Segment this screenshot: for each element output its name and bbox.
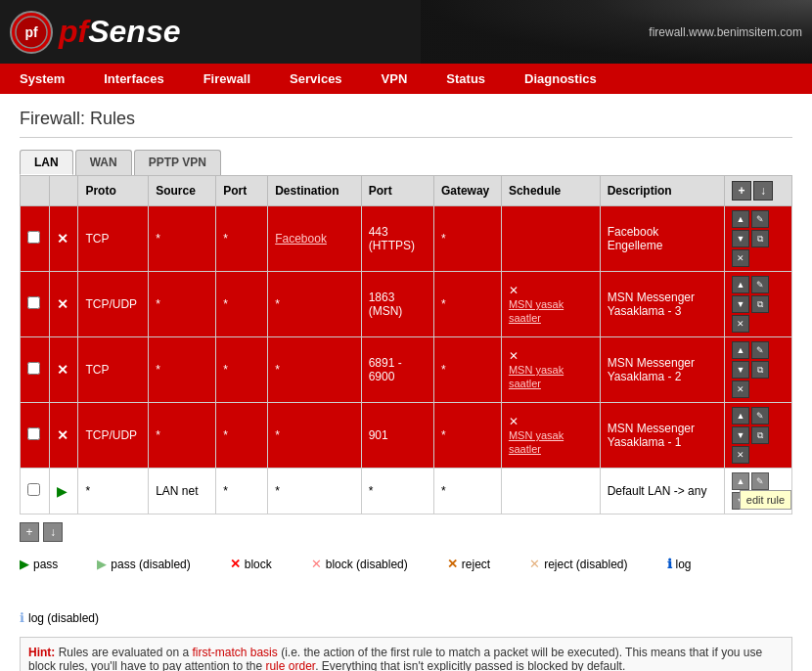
edit-button[interactable]: ✎ bbox=[751, 472, 769, 490]
move-down-button[interactable]: ▼ bbox=[732, 230, 749, 247]
row-sport: * bbox=[216, 337, 268, 403]
tab-pptp-vpn[interactable]: PPTP VPN bbox=[134, 150, 221, 175]
copy-button[interactable]: ⧉ bbox=[751, 426, 769, 444]
move-up-button[interactable]: ▲ bbox=[732, 472, 749, 490]
block-icon: ✕ bbox=[57, 296, 68, 312]
log-legend-icon: ℹ bbox=[667, 557, 672, 571]
row-proto: TCP bbox=[78, 337, 149, 403]
delete-button[interactable]: ✕ bbox=[732, 249, 749, 267]
edit-button[interactable]: ✎ bbox=[751, 276, 769, 293]
logo: pf pfSense bbox=[10, 11, 180, 54]
row-checkbox-cell bbox=[21, 337, 50, 403]
nav-system[interactable]: System bbox=[0, 64, 84, 94]
reject-label: reject bbox=[462, 558, 490, 571]
nav-services[interactable]: Services bbox=[270, 64, 362, 94]
row-proto: TCP bbox=[78, 206, 149, 272]
delete-button[interactable]: ✕ bbox=[732, 380, 749, 398]
block-icon: ✕ bbox=[57, 427, 68, 443]
nav-firewall[interactable]: Firewall bbox=[184, 64, 270, 94]
nav-status[interactable]: Status bbox=[427, 64, 505, 94]
move-down-button[interactable]: ▼ bbox=[732, 361, 749, 379]
row-dest: Facebook bbox=[268, 206, 361, 272]
add-rule-top-icon[interactable]: + bbox=[732, 181, 751, 201]
row-source: LAN net bbox=[149, 469, 216, 514]
row-checkbox[interactable] bbox=[27, 231, 40, 244]
delete-button[interactable]: ✕ bbox=[732, 315, 749, 333]
copy-button[interactable]: ⧉ bbox=[751, 230, 769, 247]
legend-log: ℹ log bbox=[667, 557, 692, 571]
move-down-button[interactable]: ▼ bbox=[732, 295, 749, 313]
row-description: Default LAN -> any bbox=[600, 469, 724, 514]
block-label: block bbox=[245, 558, 272, 571]
row-sport: * bbox=[216, 403, 268, 469]
edit-button[interactable]: ✎ bbox=[751, 341, 769, 359]
edit-button[interactable]: ✎ bbox=[751, 210, 769, 228]
pass-legend-icon: ▶ bbox=[20, 557, 29, 571]
schedule-link[interactable]: MSN yasak saatler bbox=[509, 429, 564, 455]
pass-label: pass bbox=[33, 558, 58, 571]
th-dest: Destination bbox=[268, 176, 361, 206]
nav-bar: System Interfaces Firewall Services VPN … bbox=[0, 64, 812, 94]
copy-button[interactable]: ⧉ bbox=[751, 361, 769, 379]
nav-interfaces[interactable]: Interfaces bbox=[84, 64, 183, 94]
row-source: * bbox=[149, 206, 216, 272]
edit-button[interactable]: ✎ bbox=[751, 407, 769, 425]
nav-diagnostics[interactable]: Diagnostics bbox=[505, 64, 616, 94]
pass-disabled-label: pass (disabled) bbox=[111, 558, 190, 571]
add-rule-bottom-right-button[interactable]: ↓ bbox=[43, 522, 63, 542]
tab-bar: LAN WAN PPTP VPN bbox=[20, 150, 792, 175]
move-up-button[interactable]: ▲ bbox=[732, 341, 749, 359]
tab-lan[interactable]: LAN bbox=[20, 150, 73, 175]
log-label: log bbox=[676, 558, 692, 571]
row-actions: ▲ ✎ ▼ ⧉ ✕ bbox=[724, 403, 791, 469]
row-dport: * bbox=[361, 469, 433, 514]
move-up-button[interactable]: ▲ bbox=[732, 276, 749, 293]
pass-icon: ▶ bbox=[57, 483, 68, 499]
row-schedule: ✕ MSN yasak saatler bbox=[501, 403, 600, 469]
row-action-icon-cell: ▶ bbox=[49, 469, 78, 514]
row-dest: * bbox=[268, 337, 361, 403]
add-rule-bottom-left-button[interactable]: + bbox=[20, 522, 39, 542]
th-proto: Proto bbox=[78, 176, 149, 206]
row-gateway: * bbox=[433, 206, 501, 272]
legend-reject-disabled: ✕ reject (disabled) bbox=[529, 557, 627, 571]
logo-pf: pf bbox=[59, 14, 88, 49]
move-up-button[interactable]: ▲ bbox=[732, 210, 749, 228]
reject-disabled-label: reject (disabled) bbox=[544, 558, 627, 571]
row-gateway: * bbox=[433, 272, 501, 337]
schedule-link[interactable]: MSN yasak saatler bbox=[509, 298, 564, 324]
dest-link[interactable]: Facebook bbox=[275, 232, 327, 246]
nav-vpn[interactable]: VPN bbox=[362, 64, 428, 94]
row-proto: TCP/UDP bbox=[78, 272, 149, 337]
log-disabled-legend-icon: ℹ bbox=[20, 610, 24, 625]
row-sport: * bbox=[216, 469, 268, 514]
tab-wan[interactable]: WAN bbox=[75, 150, 132, 175]
add-rule-bottom-icon[interactable]: ↓ bbox=[753, 181, 773, 201]
table-row: ✕ TCP/UDP * * * 1863 (MSN) * ✕ MSN yasak… bbox=[21, 272, 792, 337]
row-proto: TCP/UDP bbox=[78, 403, 149, 469]
row-description: Facebook Engelleme bbox=[600, 206, 724, 272]
row-checkbox-cell bbox=[21, 469, 50, 514]
move-down-button[interactable]: ▼ bbox=[732, 426, 749, 444]
row-checkbox[interactable] bbox=[27, 362, 40, 375]
row-checkbox[interactable] bbox=[27, 427, 40, 440]
row-dport: 443 (HTTPS) bbox=[361, 206, 433, 272]
delete-button[interactable]: ✕ bbox=[732, 446, 749, 464]
th-schedule: Schedule bbox=[501, 176, 600, 206]
row-dport: 1863 (MSN) bbox=[361, 272, 433, 337]
th-dport: Port bbox=[361, 176, 433, 206]
log-disabled-label: log (disabled) bbox=[28, 611, 99, 625]
logo-sense: Sense bbox=[88, 14, 180, 49]
logo-text: pfSense bbox=[59, 14, 180, 50]
row-checkbox-cell bbox=[21, 206, 50, 272]
table-row: ✕ TCP * * Facebook 443 (HTTPS) * Faceboo… bbox=[21, 206, 792, 272]
table-row: ✕ TCP * * * 6891 - 6900 * ✕ MSN yasak sa… bbox=[21, 337, 792, 403]
copy-button[interactable]: ⧉ bbox=[751, 295, 769, 313]
row-checkbox[interactable] bbox=[27, 483, 40, 496]
th-sport: Port bbox=[216, 176, 268, 206]
schedule-link[interactable]: MSN yasak saatler bbox=[509, 364, 564, 389]
row-checkbox[interactable] bbox=[27, 296, 40, 309]
row-source: * bbox=[149, 403, 216, 469]
hostname: firewall.www.benimsitem.com bbox=[649, 25, 802, 39]
move-up-button[interactable]: ▲ bbox=[732, 407, 749, 425]
